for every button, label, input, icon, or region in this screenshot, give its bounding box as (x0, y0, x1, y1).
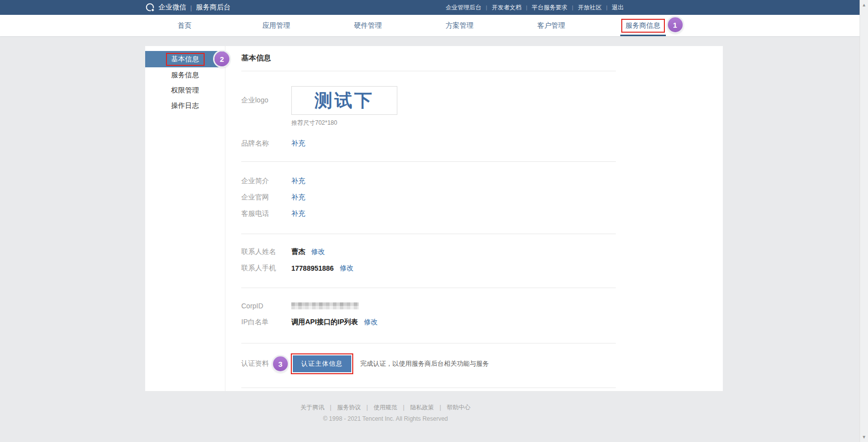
footer-link-about-tencent[interactable]: 关于腾讯 (300, 404, 324, 411)
logo-size-hint: 推荐尺寸702*180 (291, 119, 723, 127)
footer: 关于腾讯 | 服务协议 | 使用规范 | 隐私政策 | 帮助中心 © 1998 … (145, 403, 626, 422)
main-nav: 首页 应用管理 硬件管理 方案管理 客户管理 服务商信息 1 (0, 15, 868, 36)
tab-label: 硬件管理 (354, 21, 382, 30)
tab-label: 客户管理 (538, 21, 565, 30)
topbar-link-logout[interactable]: 退出 (612, 3, 624, 12)
separator: | (403, 404, 404, 411)
annotation-box-3: 认证主体信息 (291, 353, 353, 374)
scroll-down-arrow[interactable]: ▼ (860, 435, 868, 440)
topbar-link-platform-requirements[interactable]: 平台服务要求 (532, 3, 567, 12)
certification-description: 完成认证，以使用服务商后台相关功能与服务 (360, 359, 489, 368)
form-row-contact-name: 联系人姓名 曹杰 修改 (241, 244, 723, 260)
field-label: IP白名单 (241, 318, 291, 327)
tab-hardware-management[interactable]: 硬件管理 (322, 15, 414, 36)
tab-service-provider-info[interactable]: 服务商信息 1 (597, 15, 689, 36)
company-logo-text: 测试下 (315, 89, 374, 113)
field-label: 联系人手机 (241, 264, 291, 273)
tab-solution-management[interactable]: 方案管理 (414, 15, 505, 36)
footer-link-help-center[interactable]: 帮助中心 (447, 404, 471, 411)
annotation-badge-1: 1 (668, 17, 683, 32)
wecom-chat-bubble-icon (145, 2, 156, 13)
brand-name: 企业微信 (159, 3, 186, 12)
form-row-service-phone: 客服电话 补充 (241, 205, 723, 222)
tab-label: 服务商信息 (626, 21, 660, 29)
sidebar-item-permission-management[interactable]: 权限管理 (145, 83, 225, 98)
tab-home[interactable]: 首页 (139, 15, 230, 36)
annotation-badge-2: 2 (215, 51, 229, 66)
footer-link-privacy-policy[interactable]: 隐私政策 (410, 404, 434, 411)
sidebar-item-label: 服务信息 (171, 71, 199, 80)
tab-label: 方案管理 (446, 21, 474, 30)
field-value: 17788951886 (291, 264, 334, 272)
separator: | (330, 404, 331, 411)
company-logo-box[interactable]: 测试下 (291, 86, 397, 115)
sidebar-item-operation-log[interactable]: 操作日志 (145, 98, 225, 113)
field-value: 曹杰 (291, 247, 305, 256)
supplement-link[interactable]: 补充 (291, 193, 305, 202)
form-row-corpid: CorpID (241, 297, 723, 314)
tab-app-management[interactable]: 应用管理 (230, 15, 322, 36)
separator: | (572, 4, 573, 10)
sidebar-item-label: 基本信息 (171, 55, 199, 63)
field-value: 调用API接口的IP列表 (291, 318, 358, 327)
modify-link[interactable]: 修改 (364, 318, 378, 327)
field-label: 企业简介 (241, 177, 291, 186)
form-row-contact-mobile: 联系人手机 17788951886 修改 (241, 260, 723, 276)
sidebar-item-basic-info[interactable]: 基本信息 2 (145, 51, 225, 67)
page-title: 基本信息 (241, 53, 723, 63)
form-row-ip-whitelist: IP白名单 调用API接口的IP列表 修改 (241, 314, 723, 330)
form-row-brand-name: 品牌名称 补充 (241, 135, 723, 151)
sidebar: 基本信息 2 服务信息 权限管理 操作日志 (145, 46, 225, 391)
topbar-link-enterprise-admin[interactable]: 企业管理后台 (446, 3, 482, 12)
field-label: 企业官网 (241, 193, 291, 202)
supplement-link[interactable]: 补充 (291, 209, 305, 218)
annotation-box-2: 基本信息 (166, 53, 205, 66)
footer-link-service-agreement[interactable]: 服务协议 (337, 404, 361, 411)
annotation-box-1: 服务商信息 (621, 19, 665, 33)
separator: | (367, 404, 368, 411)
modify-link[interactable]: 修改 (311, 247, 325, 256)
divider (241, 388, 616, 388)
separator: | (486, 4, 488, 10)
field-label: 联系人姓名 (241, 247, 291, 256)
topbar: 企业微信 | 服务商后台 企业管理后台 | 开发者文档 | 平台服务要求 | 开… (0, 0, 868, 15)
form-row-certification: 认证资料 3 认证主体信息 完成认证，以使用服务商后台相关功能与服务 (241, 353, 723, 375)
sidebar-item-label: 权限管理 (171, 86, 199, 95)
content-card: 基本信息 2 服务信息 权限管理 操作日志 基本信息 企业logo 测试下 推荐… (145, 46, 723, 391)
field-label: 认证资料 (241, 359, 273, 368)
sidebar-item-service-info[interactable]: 服务信息 (145, 67, 225, 83)
separator: | (190, 4, 192, 11)
separator: | (606, 4, 607, 10)
copyright-text: © 1998 - 2021 Tencent Inc. All Rights Re… (145, 415, 626, 422)
form-row-company-intro: 企业简介 补充 (241, 173, 723, 189)
tab-label: 应用管理 (263, 21, 290, 30)
topbar-link-open-community[interactable]: 开放社区 (578, 3, 601, 12)
brand-logo[interactable]: 企业微信 | 服务商后台 (145, 2, 230, 13)
main-content: 基本信息 企业logo 测试下 推荐尺寸702*180 品牌名称 补充 企业简介… (225, 46, 723, 391)
scrollbar[interactable]: ▲ ▼ (860, 0, 868, 442)
field-label: 客服电话 (241, 209, 291, 218)
field-label: 品牌名称 (241, 139, 291, 148)
product-name: 服务商后台 (196, 3, 230, 12)
separator: | (526, 4, 527, 10)
corpid-redacted-value (291, 302, 359, 309)
annotation-badge-3: 3 (273, 356, 288, 371)
tab-customer-management[interactable]: 客户管理 (505, 15, 597, 36)
active-tab-underline (620, 35, 666, 36)
field-label: 企业logo (241, 96, 291, 105)
form-row-company-website: 企业官网 补充 (241, 189, 723, 205)
field-label: CorpID (241, 302, 291, 310)
supplement-link[interactable]: 补充 (291, 139, 305, 148)
sidebar-item-label: 操作日志 (171, 101, 199, 110)
topbar-link-developer-docs[interactable]: 开发者文档 (491, 3, 521, 12)
modify-link[interactable]: 修改 (340, 264, 354, 273)
scroll-up-arrow[interactable]: ▲ (860, 2, 868, 7)
separator: | (439, 404, 441, 411)
tab-label: 首页 (178, 21, 192, 30)
verify-subject-info-button[interactable]: 认证主体信息 (293, 355, 351, 372)
footer-link-usage-rules[interactable]: 使用规范 (374, 404, 397, 411)
supplement-link[interactable]: 补充 (291, 177, 305, 186)
